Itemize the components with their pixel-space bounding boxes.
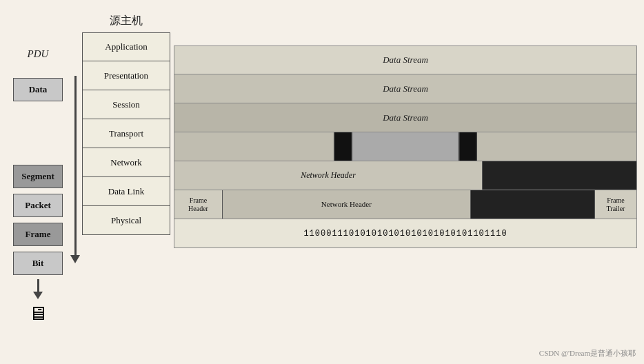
n-network-header: Network Header: [174, 161, 483, 190]
layer-session: Session: [82, 90, 170, 119]
pdu-segment: Segment: [13, 165, 63, 188]
dl-frame-header: FrameHeader: [174, 190, 223, 219]
vertical-arrow: [70, 255, 80, 263]
dl-data-row: FrameHeader Network Header FrameTrailer: [174, 190, 637, 219]
t-seg-1: [174, 132, 335, 161]
trans-data-row: [174, 132, 637, 161]
osi-vertical-line: [74, 76, 77, 255]
physical-arrow: [33, 279, 43, 299]
dl-black-data: [471, 190, 595, 219]
net-data-row: Network Header: [174, 161, 637, 190]
layer-datalink: Data Link: [82, 177, 170, 206]
n-black-data: [483, 161, 636, 190]
t-seg-3: [477, 132, 636, 161]
data-column: Data Stream Data Stream Data Stream Netw…: [174, 46, 637, 248]
osi-layers-wrapper: Application Presentation Session Transpo…: [82, 32, 170, 235]
t-seg-black-1: [335, 132, 352, 161]
vertical-line: [69, 14, 81, 263]
pdu-column: PDU Data Segment Packet Frame Bit 🖥: [7, 14, 69, 325]
t-seg-black-2: [460, 132, 477, 161]
dl-network-header: Network Header: [223, 190, 471, 219]
pdu-frame: Frame: [13, 223, 63, 246]
layer-presentation: Presentation: [82, 61, 170, 90]
osi-column: 源主机 Application Presentation Session Tra…: [81, 14, 171, 235]
sess-data-row: Data Stream: [174, 103, 637, 132]
osi-title: 源主机: [110, 14, 143, 28]
layer-physical: Physical: [82, 206, 170, 235]
pdu-bit: Bit: [13, 252, 63, 275]
watermark: CSDN @'Dream是普通小孩耶: [539, 348, 636, 358]
main-container: PDU Data Segment Packet Frame Bit 🖥: [0, 0, 644, 332]
datalink-segments: FrameHeader Network Header FrameTrailer: [174, 190, 636, 219]
layer-application: Application: [82, 32, 170, 61]
t-seg-2: [352, 132, 460, 161]
layer-transport: Transport: [82, 119, 170, 148]
pres-data-row: Data Stream: [174, 74, 637, 103]
app-data-row: Data Stream: [174, 46, 637, 74]
computer-icon: 🖥: [28, 302, 48, 325]
layer-network: Network: [82, 148, 170, 177]
pdu-packet: Packet: [13, 194, 63, 217]
pdu-label: PDU: [28, 48, 49, 60]
pdu-data: Data: [13, 78, 63, 101]
dl-frame-trailer: FrameTrailer: [595, 190, 636, 219]
phys-data-row: 110001110101010101010101010101101110: [174, 219, 637, 248]
transport-segments: [174, 132, 636, 161]
network-segments: Network Header: [174, 161, 636, 190]
